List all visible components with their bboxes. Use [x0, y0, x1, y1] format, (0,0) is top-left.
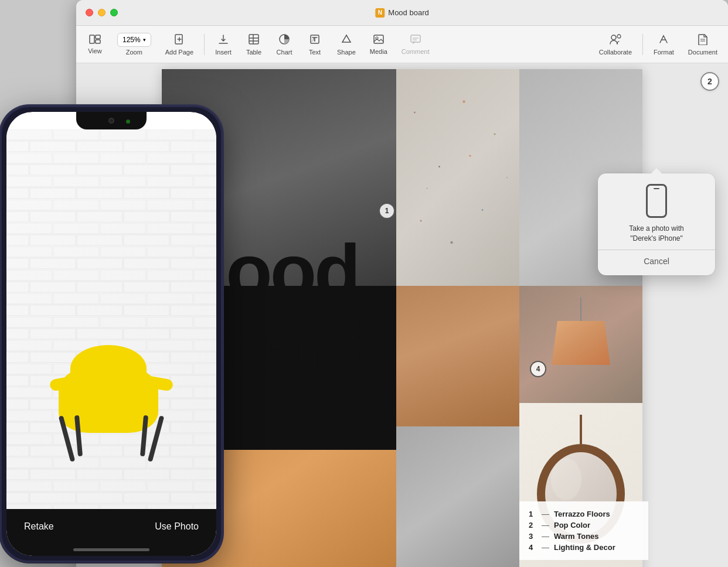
- table-label: Table: [246, 49, 261, 56]
- svg-point-22: [617, 35, 621, 38]
- insert-label: Insert: [215, 49, 232, 56]
- phone-icon: [646, 184, 667, 218]
- toolbar-media[interactable]: Media: [364, 30, 393, 59]
- status-indicator: [126, 119, 130, 124]
- iphone-device: Retake Use Photo: [0, 105, 223, 562]
- window-title: Mood board: [388, 8, 428, 17]
- comment-icon: [410, 34, 421, 46]
- list-item: 1 — Terrazzo Floors: [529, 508, 639, 520]
- continuity-popup: Take a photo withTake a photo with "Dere…: [598, 173, 715, 275]
- svg-point-21: [611, 35, 616, 40]
- zoom-control[interactable]: 125% ▾: [117, 33, 151, 47]
- add-page-label: Add Page: [165, 49, 193, 56]
- insert-icon: [218, 33, 229, 47]
- traffic-lights: [76, 9, 118, 16]
- collaborate-icon: [609, 33, 622, 47]
- popup-title: Take a photo withTake a photo with "Dere…: [607, 224, 706, 244]
- table-icon: [248, 33, 260, 47]
- shape-label: Shape: [337, 49, 356, 56]
- toolbar-table[interactable]: Table: [240, 30, 268, 59]
- mb-top-mid-image: [396, 69, 519, 286]
- collaborate-label: Collaborate: [599, 49, 632, 56]
- mb-wood-image: [396, 286, 519, 426]
- use-photo-button[interactable]: Use Photo: [155, 521, 199, 532]
- text-icon: A: [309, 33, 320, 47]
- svg-rect-7: [249, 35, 258, 44]
- badge-4: 4: [530, 361, 546, 377]
- iphone-screen: Retake Use Photo: [6, 112, 216, 556]
- text-label: Text: [309, 49, 321, 56]
- toolbar-chart[interactable]: Chart: [270, 30, 298, 59]
- iphone-notch: [76, 112, 147, 129]
- svg-rect-0: [90, 35, 94, 43]
- toolbar-collaborate[interactable]: Collaborate: [593, 30, 638, 59]
- toolbar-insert[interactable]: Insert: [209, 30, 237, 59]
- page-number-badge: 2: [700, 72, 719, 91]
- lamp-wire: [580, 298, 581, 321]
- view-label: View: [88, 47, 102, 54]
- mood-board-top-section: [162, 69, 642, 286]
- svg-rect-1: [96, 35, 100, 39]
- shape-icon: [341, 33, 352, 47]
- view-icon: [89, 35, 101, 46]
- maximize-button[interactable]: [110, 9, 118, 16]
- terrazzo-image: [396, 69, 519, 286]
- toolbar-format[interactable]: Format: [648, 30, 680, 59]
- format-icon: [658, 33, 669, 47]
- mb-fur-image: [396, 426, 519, 567]
- toolbar-add-page[interactable]: Add Page: [159, 30, 199, 59]
- iphone-inner: Retake Use Photo: [6, 112, 216, 556]
- minimize-button[interactable]: [98, 9, 106, 16]
- toolbar-view[interactable]: View: [81, 31, 109, 58]
- toolbar-separator-1: [204, 34, 205, 55]
- lamp-shade: [552, 321, 610, 365]
- toolbar-comment[interactable]: Comment: [396, 30, 436, 59]
- toolbar-zoom[interactable]: 125% ▾ Zoom: [111, 29, 157, 59]
- front-camera: [108, 118, 114, 124]
- popup-divider: [598, 250, 715, 250]
- comment-label: Comment: [402, 48, 430, 55]
- retake-button[interactable]: Retake: [24, 521, 54, 532]
- mood-board-info-list: 1 — Terrazzo Floors 2 — Pop Color 3 — Wa…: [519, 501, 648, 560]
- app-icon: N: [375, 8, 385, 18]
- toolbar-shape[interactable]: Shape: [331, 30, 362, 59]
- close-button[interactable]: [86, 9, 93, 16]
- lamp-image: [552, 298, 610, 365]
- svg-rect-2: [96, 40, 100, 43]
- window-title-area: N Mood board: [375, 8, 428, 18]
- svg-text:A: A: [311, 37, 315, 43]
- mirror-strap: [580, 415, 582, 444]
- mood-board: Mood Board. 1 4 1 — Terrazzo Floors 2: [162, 69, 642, 567]
- document-icon: [698, 33, 708, 47]
- mb-bottom-mid-section: [396, 286, 519, 567]
- format-label: Format: [654, 49, 674, 56]
- svg-rect-16: [374, 35, 383, 43]
- document-label: Document: [688, 49, 717, 56]
- toolbar-document[interactable]: Document: [682, 30, 723, 59]
- zoom-label: Zoom: [126, 49, 142, 56]
- media-icon: [373, 34, 385, 46]
- chart-label: Chart: [277, 49, 292, 56]
- title-bar: N Mood board: [76, 0, 728, 26]
- home-indicator: [73, 548, 149, 551]
- zoom-chevron: ▾: [143, 37, 146, 43]
- chart-icon: [278, 33, 290, 47]
- badge-1: 1: [379, 203, 395, 219]
- add-page-icon: [174, 33, 185, 47]
- iphone-bottom-bar: Retake Use Photo: [6, 509, 216, 556]
- zoom-value: 125%: [123, 36, 141, 44]
- toolbar-separator-2: [642, 34, 643, 55]
- iphone-photo-preview: [6, 129, 216, 509]
- cancel-button[interactable]: Cancel: [607, 254, 706, 268]
- list-item: 2 — Pop Color: [529, 520, 639, 531]
- list-item: 3 — Warm Tones: [529, 531, 639, 542]
- svg-rect-18: [411, 35, 420, 42]
- list-item: 4 — Lighting & Decor: [529, 542, 639, 553]
- yellow-chair: [47, 345, 176, 462]
- toolbar: View 125% ▾ Zoom Add Page: [76, 26, 728, 63]
- media-label: Media: [370, 48, 387, 55]
- toolbar-text[interactable]: A Text: [301, 30, 329, 59]
